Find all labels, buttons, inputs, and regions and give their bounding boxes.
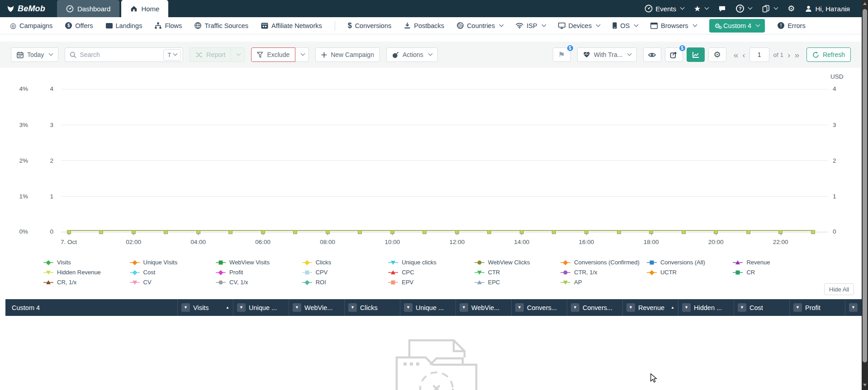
table-column-header[interactable]: ▼ Convers... ▲ — [567, 299, 622, 316]
nav-browsers[interactable]: Browsers — [650, 22, 696, 29]
nav-campaigns[interactable]: ◎ Campaigns — [10, 22, 52, 29]
next-page-button[interactable]: › — [787, 51, 790, 59]
table-column-header[interactable]: ▼ Revenue ▲ — [622, 299, 678, 316]
nav-postbacks[interactable]: Postbacks — [404, 22, 444, 29]
tab-dashboard[interactable]: Dashboard — [57, 0, 119, 17]
legend-item[interactable]: Visits — [43, 258, 130, 266]
exclude-dropdown-button[interactable] — [295, 47, 309, 62]
share-button[interactable]: $ — [665, 47, 683, 62]
legend-item[interactable]: Unique Visits — [130, 258, 216, 266]
favorites-menu[interactable]: ★ — [694, 5, 708, 13]
filter-icon[interactable]: ▼ — [404, 303, 413, 312]
legend-item[interactable]: CPV — [302, 268, 389, 276]
filter-icon[interactable]: ▼ — [460, 303, 468, 312]
scrollbar-up-arrow-icon[interactable] — [863, 2, 867, 5]
filter-icon[interactable]: ▼ — [515, 303, 524, 312]
actions-button[interactable]: Actions — [386, 47, 438, 62]
filter-icon[interactable]: ▼ — [348, 303, 357, 312]
filter-icon[interactable]: ▼ — [738, 303, 746, 312]
table-settings-button[interactable]: ⚙ — [708, 47, 726, 62]
legend-item[interactable]: CV, 1/x — [216, 278, 302, 286]
table-first-column-header[interactable]: Custom 4 — [5, 299, 177, 316]
table-column-header[interactable]: ▼ WebVie... ▲ — [455, 299, 511, 316]
refresh-button[interactable]: Refresh — [806, 47, 851, 62]
legend-item[interactable]: CTR — [474, 268, 561, 276]
legend-item[interactable]: Hidden Revenue — [43, 268, 130, 276]
legend-item[interactable]: WebView Visits — [216, 258, 302, 266]
legend-item[interactable]: WebView Clicks — [474, 258, 561, 266]
report-dropdown-button[interactable] — [231, 47, 245, 62]
help-menu[interactable]: ? — [736, 5, 752, 13]
nav-offers[interactable]: $ Offers — [65, 22, 93, 29]
prev-page-button[interactable]: ‹ — [742, 51, 745, 59]
legend-item[interactable]: Unique clicks — [388, 258, 474, 266]
legend-item[interactable]: Cost — [130, 268, 216, 276]
search-type-button[interactable]: T — [163, 49, 181, 61]
table-column-header[interactable]: ▼ Unique ... ▲ — [400, 299, 455, 316]
date-range-button[interactable]: Today — [11, 47, 58, 62]
table-column-header[interactable]: ▼ Clicks ▲ — [344, 299, 400, 316]
table-column-header[interactable]: ▼ Hidden ... ▲ — [678, 299, 734, 316]
legend-item[interactable]: CTR, 1/x — [560, 268, 647, 276]
last-page-button[interactable]: » — [794, 51, 799, 59]
legend-item[interactable]: EPC — [474, 278, 561, 286]
table-column-header[interactable]: ▼ Profit ▲ — [789, 299, 845, 316]
flag-filter-button[interactable]: ⚑ $ — [553, 47, 571, 62]
nav-countries[interactable]: Countries — [457, 22, 503, 29]
vertical-scrollbar[interactable] — [862, 0, 868, 390]
page-number-input[interactable] — [749, 47, 769, 62]
table-column-header[interactable]: ▼ Cost ▲ — [734, 299, 789, 316]
filter-icon[interactable]: ▼ — [181, 303, 190, 312]
nav-conversions[interactable]: $ Conversions — [348, 22, 392, 30]
legend-item[interactable]: AP — [560, 278, 647, 286]
chat-button[interactable] — [718, 5, 726, 13]
legend-item[interactable]: Revenue — [733, 258, 819, 266]
legend-item[interactable]: EPV — [388, 278, 474, 286]
legend-item[interactable]: CR — [733, 268, 819, 276]
chart-toggle-button[interactable] — [687, 47, 705, 62]
nav-traffic-sources[interactable]: Traffic Sources — [194, 22, 248, 29]
table-column-header[interactable]: ▼ WebVie... ▲ — [289, 299, 344, 316]
settings-button[interactable]: ⚙ — [787, 5, 795, 13]
filter-icon[interactable]: ▼ — [293, 303, 301, 312]
filter-icon[interactable]: ▼ — [571, 303, 579, 312]
legend-item[interactable]: UCTR — [647, 268, 733, 276]
nav-errors[interactable]: ! Errors — [778, 22, 805, 29]
legend-item[interactable]: CR, 1/x — [43, 278, 130, 286]
filter-icon[interactable]: ▼ — [237, 303, 246, 312]
traffic-filter-dropdown[interactable]: With Tra... — [577, 47, 637, 62]
tab-home[interactable]: Home — [121, 0, 168, 17]
resources-menu[interactable] — [762, 5, 778, 13]
legend-item[interactable]: CV — [130, 278, 216, 286]
search-input[interactable] — [80, 51, 160, 58]
table-column-header[interactable]: ▼ Convers... ▲ — [511, 299, 567, 316]
nav-affiliate-networks[interactable]: Affiliate Networks — [261, 22, 322, 29]
scrollbar-down-arrow-icon[interactable] — [863, 384, 867, 386]
table-column-header[interactable]: ▼ Unique ... ▲ — [233, 299, 289, 316]
legend-item[interactable]: Clicks — [302, 258, 389, 266]
scrollbar-thumb[interactable] — [863, 9, 867, 362]
filter-icon[interactable]: ▼ — [626, 303, 635, 312]
nav-custom4-button[interactable]: ⚙⚙ Custom 4 — [709, 19, 765, 33]
hide-all-button[interactable]: Hide All — [824, 283, 854, 295]
filter-icon[interactable]: ▼ — [682, 303, 691, 312]
legend-item[interactable]: CPC — [388, 268, 474, 276]
nav-os[interactable]: OS — [612, 22, 638, 29]
table-column-header[interactable]: ▼ Visits ▲ — [177, 299, 233, 316]
legend-item[interactable]: ROI — [302, 278, 389, 286]
legend-item[interactable]: Profit — [216, 268, 302, 276]
legend-item[interactable]: Conversions (All) — [647, 258, 733, 266]
filter-icon[interactable]: ▼ — [849, 303, 858, 312]
nav-isp[interactable]: ISP — [516, 22, 545, 29]
bemob-logo[interactable]: BeMob — [0, 0, 53, 17]
user-menu[interactable]: Hi, Наталія — [805, 5, 850, 13]
first-page-button[interactable]: « — [734, 51, 739, 59]
filter-icon[interactable]: ▼ — [793, 303, 802, 312]
report-button[interactable]: Report — [190, 47, 231, 62]
exclude-button[interactable]: Exclude — [251, 47, 295, 62]
visibility-button[interactable] — [643, 47, 661, 62]
nav-landings[interactable]: Landings — [106, 22, 142, 29]
nav-devices[interactable]: Devices — [558, 22, 600, 29]
new-campaign-button[interactable]: New Campaign — [315, 47, 380, 62]
legend-item[interactable]: Conversions (Confirmed) — [560, 258, 647, 266]
